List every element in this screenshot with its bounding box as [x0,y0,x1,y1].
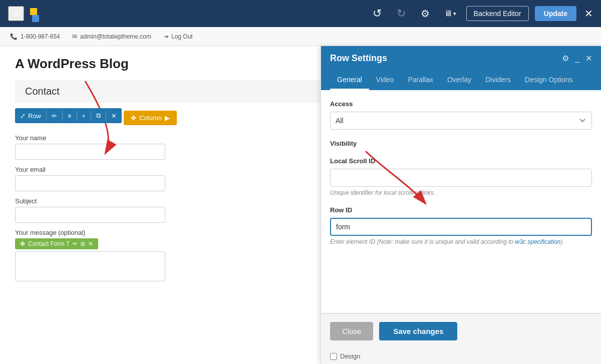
panel-footer: Close Save changes [321,313,601,348]
row-delete-icon[interactable]: ✕ [106,109,122,123]
logo-square-1 [30,8,37,15]
w3c-link[interactable]: w3c specification [515,238,561,245]
redo-button[interactable]: ↻ [392,5,410,23]
logo [30,8,41,19]
panel-header-icons: ⚙ _ ✕ [562,54,592,63]
row-edit-icon[interactable]: ✏ [47,109,62,123]
panel-footer-container: Close Save changes Design [321,313,601,364]
row-toolbar: ⤢ Row ✏ ≡ + ⧉ [15,108,122,123]
admin-bar: 📞 1-800-987-654 ✉ admin@totalwptheme.com… [0,27,601,46]
main-content: A WordPress Blog Contact ⤢ Row ✏ [0,46,601,364]
row-id-group: Row ID Enter element ID (Note: make sure… [330,206,592,245]
local-scroll-label: Local Scroll ID [330,157,592,165]
subject-input[interactable] [15,207,165,223]
row-id-hint-post: ). [560,238,564,245]
local-scroll-group: Local Scroll ID Unique identifier for lo… [330,157,592,196]
message-textarea[interactable] [15,251,165,281]
cf7-label: Contact Form 7 [28,240,70,247]
settings-icon-button[interactable]: ⚙ [416,5,434,23]
close-editor-button[interactable]: ✕ [584,8,593,20]
local-scroll-hint: Unique identifier for local scrolling li… [330,189,592,196]
cf7-icon: ✤ [20,240,25,247]
row-move-icon[interactable]: ⤢ Row [15,109,46,123]
logout-label: Log Out [171,33,193,40]
tab-overlay[interactable]: Overlay [440,71,478,90]
save-changes-button[interactable]: Save changes [379,322,457,340]
row-layout-icon[interactable]: ≡ [63,109,77,123]
row-id-input[interactable] [330,218,592,236]
access-group: Access All Logged In Logged Out [330,100,592,130]
undo-button[interactable]: ↺ [368,5,386,23]
cf7-edit-icon: ✏ [73,240,78,247]
move-icon: ⤢ [20,112,26,120]
row-settings-panel: Row Settings ⚙ _ ✕ General Video Paralla… [321,46,601,364]
email-item: ✉ admin@totalwptheme.com [72,33,151,40]
top-toolbar: + ↺ ↻ ⚙ 🖥 ▾ Backend Editor Update ✕ [0,0,601,27]
email-icon: ✉ [72,33,77,40]
device-dropdown-arrow: ▾ [453,11,456,17]
add-icon: + [82,112,86,120]
tab-parallax[interactable]: Parallax [401,71,440,90]
tab-video[interactable]: Video [369,71,401,90]
design-checkbox[interactable] [330,353,337,360]
panel-footer-bottom: Design [321,348,601,364]
phone-number: 1-800-987-654 [21,33,60,40]
local-scroll-input[interactable] [330,169,592,187]
tab-general[interactable]: General [330,71,369,90]
delete-icon: ✕ [111,112,117,120]
column-icon: ✤ [131,114,136,122]
panel-settings-icon[interactable]: ⚙ [562,54,569,63]
clone-icon: ⧉ [96,112,101,120]
phone-item: 📞 1-800-987-654 [10,33,60,40]
add-element-button[interactable]: + [8,6,24,21]
update-button[interactable]: Update [535,6,576,21]
visibility-group: Visibility [330,140,592,147]
column-badge[interactable]: ✤ Column ▶ [124,111,177,125]
row-id-hint: Enter element ID (Note: make sure it is … [330,238,592,245]
logout-item[interactable]: ⇥ Log Out [163,33,193,40]
phone-icon: 📞 [10,33,18,40]
design-label: Design [340,352,360,360]
logout-icon: ⇥ [163,33,168,40]
row-label: Row [28,112,41,120]
design-checkbox-item[interactable]: Design [330,352,360,360]
row-id-label: Row ID [330,206,592,214]
column-arrow: ▶ [165,114,170,122]
logo-square-2 [32,15,39,22]
name-input[interactable] [15,144,165,160]
tab-design-options[interactable]: Design Options [518,71,580,90]
access-label: Access [330,100,592,108]
panel-tabs: General Video Parallax Overlay Dividers … [321,71,601,90]
visibility-label: Visibility [330,140,592,147]
monitor-icon: 🖥 [444,9,452,18]
panel-body: Access All Logged In Logged Out Visibili… [321,90,601,313]
access-select[interactable]: All Logged In Logged Out [330,112,592,130]
panel-minimize-icon[interactable]: _ [575,54,579,63]
layout-icon: ≡ [68,112,72,120]
column-label: Column [139,114,162,122]
panel-close-icon[interactable]: ✕ [585,54,592,63]
row-add-icon[interactable]: + [77,109,91,123]
backend-editor-button[interactable]: Backend Editor [466,6,529,21]
panel-header: Row Settings ⚙ _ ✕ [321,46,601,71]
device-selector-button[interactable]: 🖥 ▾ [440,7,460,20]
cf7-clone-icon: ⧉ [81,240,85,247]
row-clone-icon[interactable]: ⧉ [91,108,106,123]
email-address: admin@totalwptheme.com [80,33,151,40]
row-id-hint-pre: Enter element ID (Note: make sure it is … [330,238,515,245]
close-panel-button[interactable]: Close [330,322,373,340]
pencil-icon: ✏ [52,112,57,120]
cf7-more-icon: ✕ [88,240,93,247]
tab-dividers[interactable]: Dividers [478,71,518,90]
email-input[interactable] [15,175,165,191]
panel-title: Row Settings [330,53,387,64]
cf7-badge[interactable]: ✤ Contact Form 7 ✏ ⧉ ✕ [15,238,98,249]
